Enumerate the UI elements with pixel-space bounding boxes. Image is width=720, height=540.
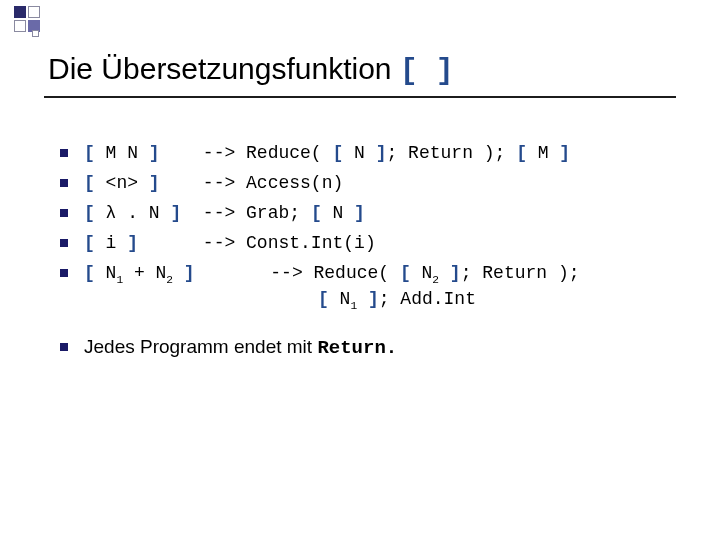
content-area: [ M N ] --> Reduce( [ N ]; Return ); [ M… [60,140,672,365]
corner-decoration [14,6,40,37]
rule-2: [ <n> ] --> Access(n) [60,170,672,196]
bracket-close: ] [149,143,160,163]
bracket-open: [ [84,143,95,163]
title-text: Die Übersetzungsfunktion [48,52,400,85]
rule-3: [ λ . N ] --> Grab; [ N ] [60,200,672,226]
title-bracket-symbol: [ ] [400,54,454,88]
title-underline [44,96,676,98]
rule-list: [ M N ] --> Reduce( [ N ]; Return ); [ M… [60,140,672,361]
rule-4: [ i ] --> Const.Int(i) [60,230,672,256]
slide: Die Übersetzungsfunktion [ ] [ M N ] -->… [0,0,720,540]
rule-5: [ N1 + N2 ] --> Reduce( [ N2 ]; Return )… [60,260,672,312]
footer-note: Jedes Programm endet mit Return. [60,334,672,361]
slide-title: Die Übersetzungsfunktion [ ] [48,52,454,88]
rule-5-continuation: [ N1 ]; Add.Int [84,286,672,312]
rule-1: [ M N ] --> Reduce( [ N ]; Return ); [ M… [60,140,672,166]
